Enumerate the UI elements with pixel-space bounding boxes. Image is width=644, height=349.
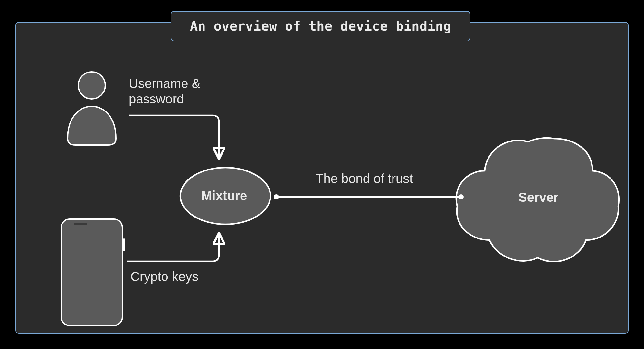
diagram-stage: An overview of the device binding [0,0,644,349]
bond-line [274,194,464,199]
user-icon [68,72,116,145]
svg-rect-2 [123,238,125,251]
svg-point-0 [78,72,105,99]
bond-label: The bond of trust [316,171,413,186]
arrow-crypto [127,234,219,261]
crypto-keys-label: Crypto keys [130,269,198,284]
phone-icon [61,219,125,325]
svg-rect-3 [74,223,87,225]
mixture-label: Mixture [201,189,247,203]
svg-point-6 [274,194,279,199]
server-label: Server [518,190,559,205]
svg-rect-1 [61,219,122,325]
arrow-credentials [129,115,219,158]
svg-point-7 [459,194,464,199]
credentials-label: Username & password [129,76,200,107]
